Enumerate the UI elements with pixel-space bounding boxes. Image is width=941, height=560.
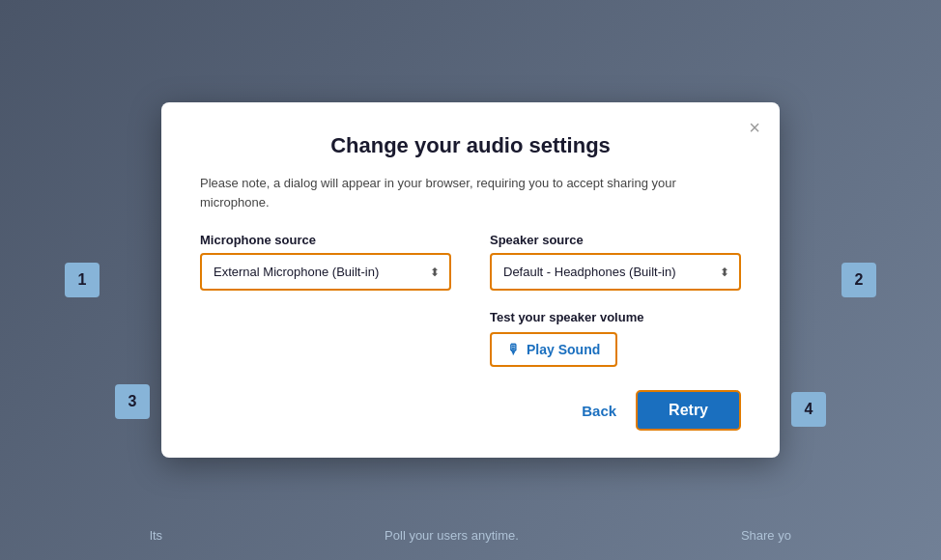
speaker-test-section: Test your speaker volume 🎙 Play Sound [200, 310, 741, 367]
speaker-select[interactable]: Default - Headphones (Built-in)Built-in … [492, 255, 739, 289]
speaker-label: Speaker source [490, 233, 741, 247]
modal-dialog: × Change your audio settings Please note… [161, 102, 780, 458]
close-button[interactable]: × [749, 118, 760, 137]
retry-button[interactable]: Retry [636, 390, 741, 431]
modal-title: Change your audio settings [200, 133, 741, 158]
footer-row: Back Retry [200, 390, 741, 431]
play-sound-label: Play Sound [527, 342, 600, 357]
speaker-test-label: Test your speaker volume [490, 310, 741, 324]
badge-1: 1 [65, 263, 100, 297]
play-sound-button[interactable]: 🎙 Play Sound [490, 332, 617, 367]
back-button[interactable]: Back [582, 403, 616, 419]
speaker-select-wrapper: Default - Headphones (Built-in)Built-in … [490, 253, 741, 291]
modal-outer: 1 2 3 4 × Change your audio settings Ple… [111, 102, 830, 458]
badge-4: 4 [791, 392, 826, 427]
microphone-label: Microphone source [200, 233, 451, 247]
speaker-field-group: Speaker source Default - Headphones (Bui… [490, 233, 741, 291]
fields-row: Microphone source External Microphone (B… [200, 233, 741, 291]
badge-2: 2 [841, 263, 876, 297]
microphone-icon: 🎙 [507, 342, 521, 357]
microphone-select[interactable]: External Microphone (Built-in)Default Mi… [202, 255, 449, 289]
badge-3: 3 [115, 384, 150, 419]
microphone-select-wrapper: External Microphone (Built-in)Default Mi… [200, 253, 451, 291]
microphone-field-group: Microphone source External Microphone (B… [200, 233, 451, 291]
modal-note: Please note, a dialog will appear in you… [200, 174, 741, 211]
